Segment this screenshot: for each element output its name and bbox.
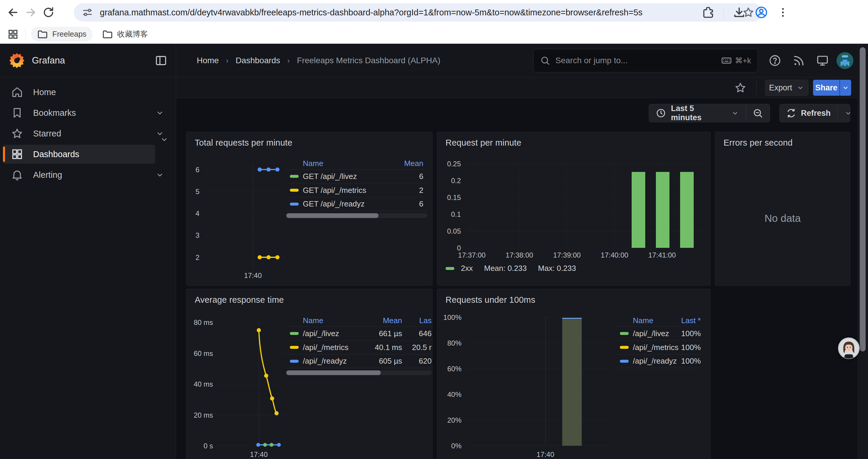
breadcrumb-home[interactable]: Home	[197, 56, 219, 65]
apps-grid-icon[interactable]	[7, 28, 19, 40]
profile-icon[interactable]	[754, 6, 768, 19]
bookmarks-bar: Freeleaps 收藏博客	[0, 25, 868, 44]
kiosk-monitor-button[interactable]	[813, 44, 832, 77]
y-tick: 2	[186, 254, 199, 262]
zoom-out-button[interactable]	[746, 104, 770, 122]
floating-assistant-avatar[interactable]	[838, 337, 860, 359]
legend-series-name[interactable]: /api/_/metrics	[633, 343, 681, 352]
breadcrumb-current: Freeleaps Metrics Dashboard (ALPHA)	[297, 56, 440, 65]
panel-title[interactable]: Requests under 100ms	[445, 295, 535, 305]
share-button[interactable]: Share	[813, 80, 840, 96]
panel-title[interactable]: Total requests per minute	[195, 138, 292, 148]
y-tick: 5	[186, 188, 199, 196]
bookmark-blogs[interactable]: 收藏博客	[96, 27, 154, 42]
series-color-pill	[290, 189, 299, 192]
url-bar[interactable]: grafana.mathmast.com/d/deytv4rwavabkb/fr…	[74, 3, 762, 22]
legend-series-name[interactable]: GET /api/_/readyz	[303, 199, 419, 208]
legend-header-last[interactable]: Las	[402, 316, 432, 325]
legend-header-mean[interactable]: Mean	[404, 159, 423, 168]
refresh-interval-button[interactable]	[837, 104, 857, 122]
legend-scrollbar[interactable]	[286, 370, 432, 375]
downloads-icon[interactable]	[733, 6, 746, 19]
breadcrumb-separator: ›	[287, 56, 290, 65]
site-settings-icon[interactable]	[82, 6, 93, 18]
export-button[interactable]: Export	[765, 80, 808, 96]
legend-last-value: 646	[402, 329, 432, 338]
gridline	[465, 248, 703, 248]
browser-toolbar: grafana.mathmast.com/d/deytv4rwavabkb/fr…	[0, 0, 868, 25]
legend-header-name[interactable]: Name	[303, 159, 404, 168]
sidebar-item-bookmarks[interactable]: Bookmarks	[3, 103, 173, 122]
page-scrollbar[interactable]	[857, 44, 868, 459]
legend-series-name[interactable]: /api/_/metrics	[303, 343, 367, 352]
bookmark-label: 收藏博客	[117, 29, 148, 39]
sidebar-item-alerting[interactable]: Alerting	[3, 165, 173, 184]
extensions-icon[interactable]	[702, 6, 715, 19]
legend-scrollbar[interactable]	[286, 213, 428, 218]
legend-header-name[interactable]: Name	[303, 316, 367, 325]
x-tick: 17:37:00	[451, 251, 493, 259]
news-rss-button[interactable]	[789, 44, 808, 77]
panel-title[interactable]: Errors per second	[723, 138, 793, 148]
chevron-down-icon[interactable]	[159, 135, 169, 144]
legend-series-name[interactable]: /api/_/livez	[303, 329, 367, 338]
panel-title[interactable]: Average response time	[195, 295, 284, 305]
chevron-down-icon[interactable]	[155, 170, 164, 179]
legend-row: GET /api/_/metrics 2	[286, 183, 428, 197]
favorite-star-button[interactable]	[734, 81, 747, 94]
x-tick: 17:41:00	[642, 251, 683, 259]
legend-scrollbar-thumb[interactable]	[286, 213, 378, 218]
assistant-avatar-image	[838, 337, 860, 359]
time-range-picker[interactable]: Last 5 minutes	[649, 104, 746, 122]
legend-header-name[interactable]: Name	[633, 316, 681, 325]
url-text[interactable]: grafana.mathmast.com/d/deytv4rwavabkb/fr…	[100, 8, 742, 18]
legend-series-name[interactable]: GET /api/_/livez	[303, 172, 419, 181]
legend-series-name[interactable]: /api/_/readyz	[633, 357, 681, 366]
response-time-plot	[215, 318, 286, 451]
legend-mean-value: 6	[419, 199, 423, 208]
legend-series-name[interactable]: /api/_/readyz	[303, 357, 367, 366]
data-point	[267, 255, 271, 259]
legend-header-mean[interactable]: Mean	[367, 316, 402, 325]
refresh-button[interactable]: Refresh	[780, 104, 837, 122]
legend-series-name[interactable]: GET /api/_/metrics	[303, 186, 419, 195]
data-point	[258, 255, 262, 259]
legend-row: /api/_/metrics 40.1 ms 20.5 r	[286, 340, 432, 354]
sidebar-item-home[interactable]: Home	[3, 83, 173, 102]
search-input[interactable]: Search or jump to... ⌘+k	[533, 49, 758, 72]
search-icon	[540, 56, 550, 66]
legend-scrollbar-thumb[interactable]	[286, 370, 381, 375]
chevron-down-icon[interactable]	[155, 108, 164, 118]
legend-series-name[interactable]: 2xx	[461, 264, 473, 273]
reload-button[interactable]	[39, 4, 57, 21]
dock-sidebar-icon[interactable]	[155, 54, 167, 67]
forward-button[interactable]	[22, 4, 39, 21]
breadcrumb-dashboards[interactable]: Dashboards	[236, 56, 280, 65]
sidebar-header: Grafana	[0, 44, 176, 77]
bar-2xx	[632, 172, 645, 248]
sidebar-item-dashboards[interactable]: Dashboards	[3, 145, 155, 164]
legend-header-last[interactable]: Last *	[681, 316, 701, 325]
panel-title[interactable]: Request per minute	[445, 138, 522, 148]
legend-series-name[interactable]: /api/_/livez	[633, 329, 681, 338]
help-button[interactable]	[766, 44, 784, 77]
bar-2xx	[680, 172, 694, 248]
series-color-pill	[290, 346, 299, 349]
legend-mean-value: 661 µs	[367, 329, 402, 338]
bookmark-freeleaps[interactable]: Freeleaps	[31, 27, 92, 42]
gridline	[465, 420, 610, 420]
panel-request-per-minute: Request per minute 0.25 0.2 0.15 0.1 0.0…	[437, 132, 711, 286]
grafana-logo[interactable]	[8, 52, 25, 69]
search-placeholder: Search or jump to...	[555, 56, 721, 65]
legend-last-value: 620	[402, 357, 432, 366]
page-scrollbar-thumb[interactable]	[860, 47, 866, 352]
panel-total-requests: Total requests per minute 6 5 4 3 2 17:4…	[186, 132, 433, 286]
back-button[interactable]	[4, 4, 22, 21]
sidebar-item-starred[interactable]: Starred	[3, 124, 173, 143]
menu-kebab-icon[interactable]	[777, 6, 789, 18]
bookmark-icon	[11, 106, 24, 119]
share-menu-button[interactable]	[840, 80, 851, 96]
y-tick: 40 ms	[186, 380, 213, 388]
x-tick: 17:40:00	[594, 251, 635, 259]
user-avatar[interactable]	[836, 44, 855, 77]
